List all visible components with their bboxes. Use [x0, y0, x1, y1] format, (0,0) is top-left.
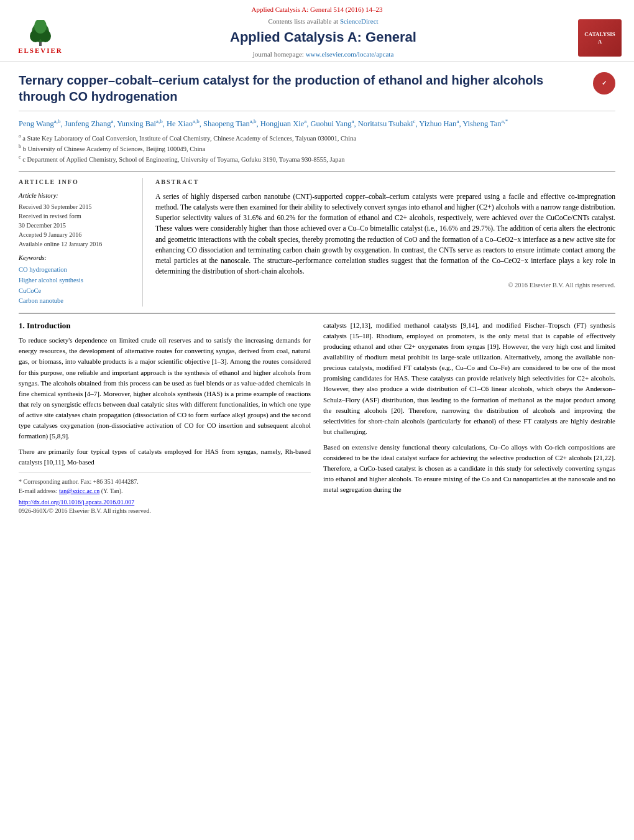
homepage-line: journal homepage: www.elsevier.com/locat… [68, 50, 578, 59]
right-col-para-1: catalysts [12,13], modified methanol cat… [323, 320, 615, 437]
elsevier-logo: ELSEVIER [12, 19, 68, 57]
affiliation-c: c c Department of Applied Chemistry, Sch… [19, 154, 615, 164]
crossmark-icon: ✓ [602, 79, 607, 88]
title-section: Ternary copper–cobalt–cerium catalyst fo… [19, 72, 615, 111]
footnote-email-link[interactable]: tan@sxicc.ac.cn [59, 487, 99, 494]
keyword-1: CO hydrogenation [19, 265, 134, 275]
catalysis-logo-text: CATALYSISA [584, 30, 615, 46]
affiliation-b: b b University of Chinese Academy of Sci… [19, 143, 615, 154]
journal-homepage-link[interactable]: www.elsevier.com/locate/apcata [306, 50, 394, 58]
body-columns: 1. Introduction To reduce society's depe… [19, 320, 615, 515]
elsevier-tree-icon [22, 20, 59, 46]
received-revised-date: 30 December 2015 [19, 221, 134, 230]
body-left-col: 1. Introduction To reduce society's depe… [19, 320, 311, 515]
keyword-4: Carbon nanotube [19, 296, 134, 307]
elsevier-label: ELSEVIER [18, 46, 63, 55]
footnote-section: * Corresponding author. Fax: +86 351 404… [19, 473, 311, 515]
doi-line: http://dx.doi.org/10.1016/j.apcata.2016.… [19, 498, 311, 507]
article-history: Article history: Received 30 September 2… [19, 192, 134, 249]
intro-heading: 1. Introduction [19, 320, 311, 331]
journal-title: Applied Catalysis A: General [68, 28, 578, 47]
received-date: Received 30 September 2015 [19, 202, 134, 211]
article-title: Ternary copper–cobalt–cerium catalyst fo… [19, 72, 587, 104]
abstract-heading: ABSTRACT [155, 178, 615, 187]
footnote-email-label: E-mail address: [19, 487, 57, 494]
crossmark-badge: ✓ [593, 72, 615, 95]
issue-line-text: Applied Catalysis A: General 514 (2016) … [252, 6, 383, 13]
journal-title-center: Contents lists available at ScienceDirec… [68, 17, 578, 59]
abstract-panel: ABSTRACT A series of highly dispersed ca… [155, 178, 615, 307]
footnote-email-line: E-mail address: tan@sxicc.ac.cn (Y. Tan)… [19, 486, 311, 496]
journal-header: Applied Catalysis A: General 514 (2016) … [0, 0, 634, 62]
issn-line: 0926-860X/© 2016 Elsevier B.V. All right… [19, 507, 311, 515]
catalysis-logo: CATALYSISA [578, 19, 622, 57]
abstract-text: A series of highly dispersed carbon nano… [155, 192, 615, 277]
received-revised-label: Received in revised form [19, 211, 134, 221]
info-abstract-section: ARTICLE INFO Article history: Received 3… [19, 171, 615, 307]
body-right-col: catalysts [12,13], modified methanol cat… [323, 320, 615, 515]
footnote-email-name: (Y. Tan). [101, 487, 123, 494]
keywords-label: Keywords: [19, 254, 134, 263]
page: Applied Catalysis A: General 514 (2016) … [0, 0, 634, 525]
contents-available-line: Contents lists available at ScienceDirec… [68, 17, 578, 26]
accepted-date: Accepted 9 January 2016 [19, 230, 134, 239]
homepage-text: journal homepage: [253, 50, 304, 58]
history-label: Article history: [19, 192, 134, 201]
intro-para-2: There are primarily four typical types o… [19, 446, 311, 468]
body-separator [19, 313, 615, 314]
keyword-3: CuCoCe [19, 286, 134, 297]
right-col-para-2: Based on extensive density functional th… [323, 442, 615, 495]
contents-text: Contents lists available at [268, 17, 338, 25]
article-content: Ternary copper–cobalt–cerium catalyst fo… [0, 62, 634, 525]
keywords-section: Keywords: CO hydrogenation Higher alcoho… [19, 254, 134, 307]
affiliations: a a State Key Laboratory of Coal Convers… [19, 132, 615, 165]
available-online-date: Available online 12 January 2016 [19, 239, 134, 249]
sciencedirect-link[interactable]: ScienceDirect [340, 17, 379, 25]
article-info-heading: ARTICLE INFO [19, 178, 134, 187]
copyright-line: © 2016 Elsevier B.V. All rights reserved… [155, 281, 615, 290]
footnote-corresponding: * Corresponding author. Fax: +86 351 404… [19, 477, 311, 486]
issue-line: Applied Catalysis A: General 514 (2016) … [12, 5, 622, 14]
article-info-panel: ARTICLE INFO Article history: Received 3… [19, 178, 143, 307]
intro-para-1: To reduce society's dependence on limite… [19, 335, 311, 441]
doi-link[interactable]: http://dx.doi.org/10.1016/j.apcata.2016.… [19, 499, 134, 505]
keyword-2: Higher alcohol synthesis [19, 275, 134, 286]
authors-line: Peng Wanga,b, Junfeng Zhanga, Yunxing Ba… [19, 118, 615, 130]
affiliation-a: a a State Key Laboratory of Coal Convers… [19, 132, 615, 143]
